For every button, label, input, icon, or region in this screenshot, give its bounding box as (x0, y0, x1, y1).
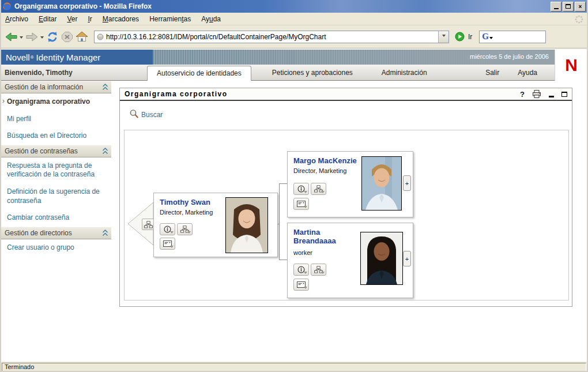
home-button[interactable] (76, 31, 88, 42)
sidebar-item-respuesta-pregunta[interactable]: Respuesta a la pregunta de verificación … (0, 157, 111, 183)
sidebar: Gestión de la información › Organigrama … (0, 81, 111, 256)
search-engine-caret[interactable] (489, 37, 493, 41)
portlet-maximize-icon[interactable] (561, 92, 567, 97)
novell-logo-box: N (555, 50, 587, 81)
info-menu-button[interactable] (293, 183, 309, 195)
go-button[interactable]: Ir (468, 33, 472, 41)
employee-name-link[interactable]: Martina Breandaaaa (293, 228, 360, 246)
timothy-photo (226, 198, 267, 253)
welcome-text: Bienvenido, Timothy (5, 69, 73, 77)
tab-autoservicio[interactable]: Autoservicio de identidades (147, 66, 251, 81)
email-icon (163, 241, 172, 247)
menu-editar[interactable]: Editar (33, 13, 62, 25)
orgchart-icon (144, 221, 153, 228)
window-titlebar: Organigrama corporativo - Mozilla Firefo… (0, 0, 588, 13)
back-dropdown-caret[interactable] (20, 36, 23, 40)
employee-photo (360, 232, 403, 285)
portlet-minimize-icon[interactable] (549, 96, 554, 97)
status-bar: Terminado (0, 362, 588, 372)
orgchart-menu-button[interactable] (311, 264, 326, 276)
back-button[interactable] (5, 31, 18, 43)
forward-button[interactable] (25, 31, 39, 43)
orgchart-canvas: Timothy Swan Director, Marketing (124, 130, 569, 300)
tab-peticiones[interactable]: Peticiones y aprobaciones (266, 69, 359, 77)
expand-subordinates-button[interactable]: + (403, 175, 411, 191)
forward-dropdown-caret[interactable] (40, 36, 44, 40)
stop-button[interactable] (61, 31, 73, 43)
email-menu-button[interactable] (160, 238, 175, 250)
tab-administracion[interactable]: Administración (376, 69, 433, 77)
url-dropdown-button[interactable] (438, 31, 448, 43)
forward-icon (25, 31, 39, 43)
home-icon (76, 31, 88, 42)
sidebar-section-contrasenas[interactable]: Gestión de contraseñas (0, 145, 111, 157)
menu-herramientas[interactable]: Herramientas (144, 13, 196, 25)
banner-texture: miércoles 5 de julio de 2006 (153, 50, 588, 65)
tab-bar: Bienvenido, Timothy Autoservicio de iden… (0, 65, 588, 81)
menu-ver[interactable]: Ver (62, 13, 82, 25)
menu-ir[interactable]: Ir (82, 13, 97, 25)
maximize-button[interactable] (563, 2, 574, 12)
go-group: Ir (455, 32, 472, 42)
martina-photo (361, 232, 402, 284)
menu-ayuda[interactable]: Ayuda (196, 13, 226, 25)
search-icon (129, 109, 139, 119)
sidebar-item-definicion-sugerencia[interactable]: Definición de la sugerencia de contraseñ… (0, 183, 111, 209)
back-icon (5, 31, 18, 43)
info-menu-button[interactable] (293, 264, 309, 276)
email-menu-button[interactable] (293, 198, 309, 210)
reload-icon (46, 31, 59, 43)
search-input[interactable] (495, 32, 584, 42)
email-icon (297, 201, 306, 207)
employee-title: worker (293, 249, 312, 256)
sidebar-section-informacion[interactable]: Gestión de la información (0, 81, 111, 93)
help-icon[interactable]: ? (520, 90, 525, 99)
sidebar-item-busqueda-directorio[interactable]: Búsqueda en el Directorio (0, 127, 111, 145)
minimize-button[interactable] (551, 2, 561, 12)
info-icon (297, 185, 305, 193)
status-text: Terminado (2, 363, 586, 371)
margo-photo (362, 157, 401, 210)
menu-bar: Archivo Editar Ver Ir Marcadores Herrami… (0, 13, 588, 25)
menu-archivo[interactable]: Archivo (0, 13, 33, 25)
connector-line (279, 183, 288, 184)
sidebar-item-mi-perfil[interactable]: Mi perfil (0, 111, 111, 128)
novell-n-icon: N (565, 55, 578, 75)
orgchart-icon (314, 185, 323, 193)
info-menu-button[interactable] (160, 223, 175, 235)
close-button[interactable]: × (575, 2, 586, 12)
employee-name-link[interactable]: Margo MacKenzie (293, 156, 360, 165)
go-icon[interactable] (455, 32, 465, 42)
menu-marcadores[interactable]: Marcadores (97, 13, 144, 25)
url-dropdown-caret (442, 35, 446, 39)
email-menu-button[interactable] (293, 279, 309, 291)
sidebar-item-crear-usuario[interactable]: Crear usuario o grupo (0, 239, 111, 257)
employee-name-link[interactable]: Timothy Swan (160, 198, 227, 206)
sidebar-item-organigrama[interactable]: › Organigrama corporativo (0, 93, 111, 111)
sidebar-section-directorios[interactable]: Gestión de directorios (0, 227, 111, 239)
expand-subordinates-button[interactable]: + (403, 251, 411, 266)
tab-ayuda[interactable]: Ayuda (512, 69, 543, 77)
search-box[interactable]: G (479, 31, 546, 43)
sidebar-item-cambiar-contrasena[interactable]: Cambiar contraseña (0, 209, 111, 227)
buscar-link[interactable]: Buscar (129, 109, 163, 119)
window-title: Organigrama corporativo - Mozilla Firefo… (14, 2, 152, 10)
tab-salir[interactable]: Salir (480, 69, 505, 77)
connector-line (279, 183, 280, 260)
employee-title: Director, Marketing (160, 209, 213, 216)
brand-name: Novell (6, 52, 30, 62)
orgchart-portlet: Organigrama corporativo ? Buscar (119, 88, 572, 307)
url-input[interactable] (106, 32, 438, 42)
org-card-timothy-swan: Timothy Swan Director, Marketing (153, 193, 278, 257)
reload-button[interactable] (46, 31, 59, 43)
orgchart-menu-button[interactable] (311, 183, 326, 195)
portlet-header: Organigrama corporativo ? (120, 88, 572, 101)
current-date: miércoles 5 de julio de 2006 (470, 53, 549, 60)
collapse-chevrons-icon[interactable] (102, 230, 108, 236)
print-icon[interactable] (532, 90, 541, 98)
page-favicon (97, 33, 104, 40)
collapse-chevrons-icon[interactable] (102, 148, 108, 155)
orgchart-menu-button[interactable] (177, 223, 193, 235)
collapse-chevrons-icon[interactable] (102, 84, 108, 91)
product-banner: Novell®Identity Manager miércoles 5 de j… (0, 50, 588, 65)
